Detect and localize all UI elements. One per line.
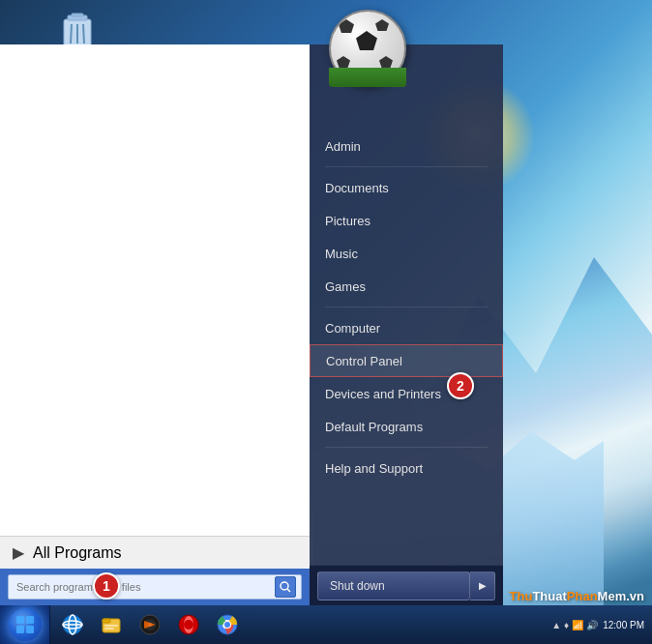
menu-item-games[interactable]: Games: [310, 270, 503, 303]
menu-item-music[interactable]: Music: [310, 237, 503, 270]
menu-item-help-support[interactable]: Help and Support: [310, 452, 503, 484]
taskbar-item-ie[interactable]: [54, 607, 91, 642]
all-programs-bar[interactable]: ▶ All Programs: [0, 536, 310, 569]
watermark: ThuThuatPhanMem.vn: [510, 589, 644, 603]
shutdown-arrow-button[interactable]: ▶: [470, 571, 495, 600]
svg-rect-8: [16, 616, 24, 624]
start-menu-right-panel: Admin Documents Pictures Music Games Com…: [310, 44, 503, 605]
taskbar-item-explorer[interactable]: [93, 607, 130, 642]
start-orb: [9, 608, 42, 641]
search-button[interactable]: [275, 576, 296, 598]
menu-separator-1: [325, 166, 488, 167]
taskbar-item-opera[interactable]: [170, 607, 207, 642]
badge-1: 1: [93, 572, 120, 600]
menu-item-control-panel[interactable]: Control Panel: [310, 344, 503, 377]
menu-items-list: Admin Documents Pictures Music Games Com…: [310, 122, 503, 565]
search-bar: [0, 569, 310, 605]
svg-point-29: [224, 622, 230, 628]
system-tray: ▲ ♦ 📶 🔊: [551, 620, 603, 630]
svg-rect-17: [103, 619, 110, 623]
user-picture: [329, 10, 406, 87]
svg-line-7: [287, 589, 290, 592]
taskbar-programs: [50, 605, 250, 644]
taskbar-item-chrome[interactable]: [209, 607, 246, 642]
search-input[interactable]: [8, 574, 302, 600]
start-menu-left-panel: ▶ All Programs: [0, 44, 310, 605]
menu-item-devices-printers[interactable]: Devices and Printers: [310, 377, 503, 410]
start-button[interactable]: [0, 605, 50, 644]
shutdown-button[interactable]: Shut down: [317, 571, 470, 600]
svg-point-25: [184, 620, 193, 629]
menu-separator-3: [325, 447, 488, 448]
all-programs-label: All Programs: [33, 544, 122, 562]
svg-rect-18: [104, 625, 118, 627]
shutdown-bar: Shut down ▶: [310, 565, 503, 605]
svg-rect-10: [16, 626, 24, 633]
clock: 12:00 PM: [603, 620, 644, 630]
taskbar-item-media[interactable]: [132, 607, 168, 642]
menu-item-admin[interactable]: Admin: [310, 130, 503, 162]
menu-separator-2: [325, 307, 488, 307]
menu-item-pictures[interactable]: Pictures: [310, 204, 503, 237]
svg-rect-11: [26, 626, 34, 633]
taskbar: ▲ ♦ 📶 🔊 12:00 PM: [0, 605, 652, 644]
desktop: ▶ All Programs Admin: [0, 0, 652, 644]
badge-2: 2: [447, 372, 474, 399]
programs-area: [0, 44, 310, 536]
svg-rect-9: [26, 616, 34, 624]
menu-item-documents[interactable]: Documents: [310, 171, 503, 204]
taskbar-right: ▲ ♦ 📶 🔊 12:00 PM: [551, 620, 652, 630]
svg-rect-2: [72, 14, 83, 16]
menu-item-default-programs[interactable]: Default Programs: [310, 410, 503, 443]
svg-line-3: [71, 24, 72, 44]
svg-point-6: [281, 582, 288, 590]
menu-item-computer[interactable]: Computer: [310, 311, 503, 344]
start-menu: ▶ All Programs Admin: [0, 44, 503, 605]
grass-decoration: [329, 68, 406, 87]
all-programs-arrow-icon: ▶: [12, 546, 25, 560]
svg-rect-19: [104, 628, 114, 629]
svg-line-5: [83, 24, 84, 44]
